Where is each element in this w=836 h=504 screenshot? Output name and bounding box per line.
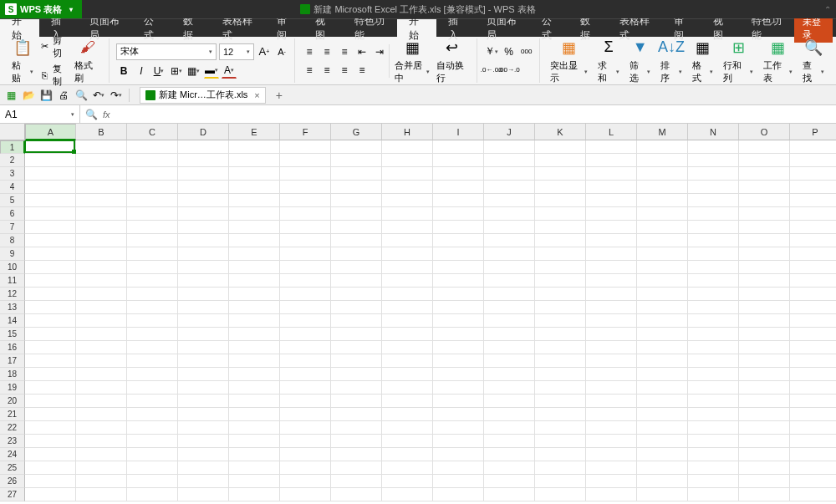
cell[interactable]	[586, 167, 637, 181]
fx-zone[interactable]: 🔍 fx	[80, 109, 836, 120]
col-header-O[interactable]: O	[739, 124, 790, 140]
cell[interactable]	[586, 354, 637, 368]
cell[interactable]	[382, 341, 433, 354]
cell[interactable]	[739, 435, 790, 448]
cell[interactable]	[25, 461, 76, 475]
cell[interactable]	[739, 461, 790, 475]
cell[interactable]	[178, 207, 229, 221]
cell[interactable]	[637, 288, 688, 301]
cell[interactable]	[25, 221, 76, 234]
cell[interactable]	[229, 354, 280, 368]
cell[interactable]	[280, 475, 331, 488]
menu-item-4[interactable]: 数据	[171, 19, 211, 37]
cell[interactable]	[790, 314, 836, 328]
cell[interactable]	[331, 301, 382, 314]
align-bottom-button[interactable]: ≡	[337, 44, 352, 59]
increase-indent-button[interactable]: ⇥	[372, 44, 387, 59]
cell[interactable]	[688, 167, 739, 181]
row-header-27[interactable]: 27	[0, 488, 25, 501]
cell[interactable]	[535, 421, 586, 435]
menu-item-6[interactable]: 审阅	[662, 19, 701, 37]
row-header-6[interactable]: 6	[0, 207, 25, 221]
cell[interactable]	[688, 140, 739, 154]
highlight-button[interactable]: ▦突出显示▾	[547, 36, 592, 86]
menu-item-7[interactable]: 视图	[303, 19, 343, 37]
menu-item-3[interactable]: 公式	[530, 19, 569, 37]
cell[interactable]	[280, 234, 331, 247]
cell[interactable]	[229, 341, 280, 354]
collapse-ribbon-icon[interactable]: ⌃	[824, 5, 831, 14]
brand-dropdown-icon[interactable]: ▾	[65, 6, 77, 13]
cell[interactable]	[790, 140, 836, 154]
cell[interactable]	[688, 461, 739, 475]
cell[interactable]	[280, 261, 331, 274]
cell[interactable]	[739, 448, 790, 461]
cell[interactable]	[331, 207, 382, 221]
cell[interactable]	[178, 421, 229, 435]
cell[interactable]	[178, 234, 229, 247]
cell[interactable]	[229, 328, 280, 341]
menu-item-0[interactable]: 开始	[0, 19, 39, 37]
cell[interactable]	[178, 288, 229, 301]
menu-item-1[interactable]: 插入	[436, 19, 476, 37]
cell[interactable]	[25, 140, 76, 154]
row-header-10[interactable]: 10	[0, 261, 25, 274]
cell[interactable]	[637, 247, 688, 261]
cell[interactable]	[433, 221, 484, 234]
cell[interactable]	[535, 167, 586, 181]
col-header-E[interactable]: E	[229, 124, 280, 140]
cell[interactable]	[790, 354, 836, 368]
row-header-20[interactable]: 20	[0, 395, 25, 408]
cell[interactable]	[433, 381, 484, 395]
cell[interactable]	[76, 221, 127, 234]
col-header-D[interactable]: D	[178, 124, 229, 140]
cell[interactable]	[382, 194, 433, 207]
cell[interactable]	[382, 181, 433, 194]
cell[interactable]	[586, 314, 637, 328]
cell[interactable]	[178, 314, 229, 328]
cell[interactable]	[535, 247, 586, 261]
cell[interactable]	[790, 274, 836, 288]
cell[interactable]	[586, 488, 637, 501]
cell[interactable]	[433, 448, 484, 461]
cell[interactable]	[127, 488, 178, 501]
cell[interactable]	[331, 261, 382, 274]
cell[interactable]	[433, 301, 484, 314]
cell[interactable]	[484, 354, 535, 368]
align-middle-button[interactable]: ≡	[319, 44, 334, 59]
cell[interactable]	[535, 461, 586, 475]
cell[interactable]	[76, 207, 127, 221]
cell[interactable]	[586, 408, 637, 421]
cell[interactable]	[229, 488, 280, 501]
row-header-5[interactable]: 5	[0, 194, 25, 207]
cell[interactable]	[484, 288, 535, 301]
cell[interactable]	[535, 194, 586, 207]
cell[interactable]	[688, 341, 739, 354]
cell[interactable]	[331, 328, 382, 341]
cell[interactable]	[535, 288, 586, 301]
cell[interactable]	[739, 314, 790, 328]
cell[interactable]	[127, 328, 178, 341]
underline-button[interactable]: U▾	[151, 64, 166, 79]
cell[interactable]	[790, 381, 836, 395]
cell[interactable]	[280, 140, 331, 154]
cell[interactable]	[484, 395, 535, 408]
cell[interactable]	[382, 301, 433, 314]
cell[interactable]	[382, 167, 433, 181]
cell[interactable]	[688, 247, 739, 261]
cell[interactable]	[484, 328, 535, 341]
cell[interactable]	[382, 475, 433, 488]
cell[interactable]	[637, 448, 688, 461]
align-left-button[interactable]: ≡	[302, 63, 317, 78]
cell[interactable]	[535, 435, 586, 448]
redo-button[interactable]: ↷▾	[109, 88, 124, 103]
cell[interactable]	[484, 421, 535, 435]
cell[interactable]	[76, 154, 127, 167]
cell[interactable]	[178, 448, 229, 461]
cell[interactable]	[178, 435, 229, 448]
cell[interactable]	[637, 368, 688, 381]
cell[interactable]	[331, 288, 382, 301]
cell[interactable]	[433, 288, 484, 301]
cell[interactable]	[535, 140, 586, 154]
cell[interactable]	[178, 488, 229, 501]
